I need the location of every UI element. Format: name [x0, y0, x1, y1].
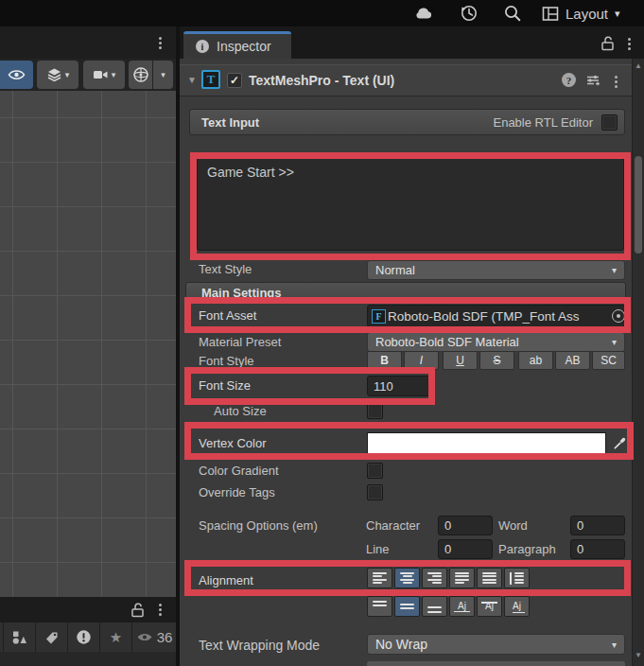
auto-size-checkbox[interactable] [367, 403, 383, 419]
history-icon [459, 3, 479, 24]
font-style-bold-button[interactable]: B [367, 351, 402, 370]
tab-inspector[interactable]: i Inspector [183, 31, 291, 59]
component-header[interactable]: ▼ T ✓ TextMeshPro - Text (UI) ? [180, 64, 632, 96]
text-value-textarea[interactable]: Game Start >> [197, 157, 624, 251]
font-style-italic-button[interactable]: I [404, 351, 439, 370]
override-tags-checkbox[interactable] [367, 484, 383, 500]
font-style-uppercase-button[interactable]: AB [555, 351, 590, 370]
tab-label: Inspector [217, 39, 271, 54]
pick-shapes-button[interactable] [4, 622, 36, 652]
color-gradient-checkbox[interactable] [367, 463, 383, 479]
enable-rtl-label: Enable RTL Editor [493, 115, 593, 130]
font-size-value: 110 [374, 379, 393, 394]
text-value: Game Start >> [207, 165, 294, 180]
layout-label: Layout [566, 6, 608, 22]
layers-icon [46, 67, 62, 82]
foldout-icon[interactable]: ▼ [187, 75, 197, 85]
align-flush-button[interactable] [477, 568, 502, 588]
align-left-button[interactable] [367, 568, 392, 588]
vertex-color-swatch[interactable] [367, 432, 606, 454]
align-midline-icon: Aj [485, 602, 494, 611]
scroll-down-icon[interactable]: ▼ [635, 651, 642, 659]
align-center-icon [400, 572, 414, 585]
align-right-button[interactable] [422, 568, 447, 588]
font-style-smallcaps-button[interactable]: SC [592, 351, 625, 370]
cloud-button[interactable] [413, 4, 436, 23]
gizmo-button[interactable] [129, 61, 152, 89]
chevron-down-icon: ▾ [612, 337, 617, 347]
unlock-icon [600, 36, 615, 51]
spacing-character-label: Character [366, 518, 420, 533]
component-enabled-checkbox[interactable]: ✓ [227, 73, 242, 88]
text-input-section-bar[interactable]: Text Input Enable RTL Editor [189, 109, 625, 135]
eyedropper-button[interactable] [610, 432, 630, 454]
hidden-count-button[interactable]: 36 [132, 622, 176, 652]
font-style-lowercase-button[interactable]: ab [518, 351, 553, 370]
align-justify-icon [455, 572, 469, 585]
font-size-input[interactable]: 110 [367, 376, 433, 396]
presets-icon[interactable] [585, 73, 600, 88]
text-style-dropdown[interactable]: Normal ▾ [367, 260, 625, 280]
tag-icon [44, 630, 60, 645]
align-capline-icon: Aj [513, 602, 521, 611]
align-left-icon [373, 572, 387, 585]
value: 0 [444, 542, 451, 556]
inspector-scrollbar[interactable]: ▲ ▼ [632, 59, 644, 666]
align-top-icon [373, 601, 387, 613]
align-justify-button[interactable] [449, 568, 475, 588]
align-top-button[interactable] [367, 596, 392, 617]
favorites-filter-button[interactable]: ★ [100, 622, 132, 652]
font-asset-value: Roboto-Bold SDF (TMP_Font Ass [388, 309, 580, 324]
align-midline-button[interactable]: Aj [477, 596, 502, 617]
enable-rtl-checkbox[interactable] [601, 114, 618, 131]
history-button[interactable] [459, 3, 479, 24]
scrollbar-thumb[interactable] [635, 156, 642, 254]
eyedropper-icon [613, 436, 627, 450]
material-preset-label: Material Preset [199, 335, 281, 349]
align-bottom-button[interactable] [422, 596, 447, 617]
align-middle-icon [400, 601, 414, 613]
scene-view-grid[interactable] [0, 91, 176, 597]
button-label: SC [600, 354, 617, 367]
spacing-character-input[interactable]: 0 [438, 516, 493, 535]
info-icon: i [196, 40, 209, 53]
spacing-line-input[interactable]: 0 [438, 539, 493, 559]
material-preset-dropdown[interactable]: Roboto-Bold SDF Material ▾ [367, 332, 625, 352]
chevron-down-icon: ▾ [112, 70, 116, 79]
bottom-panel-menu-button[interactable] [155, 603, 165, 618]
scene-visibility-button[interactable] [0, 61, 33, 89]
tag-filter-button[interactable] [36, 622, 68, 652]
font-style-strikethrough-button[interactable]: S [479, 351, 514, 370]
align-geometry-button[interactable] [504, 568, 530, 588]
font-asset-object-field[interactable]: F Roboto-Bold SDF (TMP_Font Ass [367, 305, 630, 327]
align-baseline-button[interactable]: Aj [449, 596, 475, 617]
text-wrapping-dropdown[interactable]: No Wrap ▾ [367, 634, 625, 655]
gizmo-options-button[interactable]: ▾ [153, 61, 173, 89]
object-picker-icon[interactable] [612, 309, 625, 323]
bottom-panel-header [0, 597, 176, 622]
component-menu-button[interactable] [611, 73, 620, 90]
search-button[interactable] [502, 3, 523, 24]
chevron-down-icon: ▾ [612, 265, 617, 275]
inspector-unlock-button[interactable] [600, 36, 615, 51]
inspector-menu-button[interactable] [624, 35, 634, 52]
help-icon[interactable]: ? [562, 73, 576, 87]
font-style-underline-button[interactable]: U [443, 351, 478, 370]
spacing-paragraph-input[interactable]: 0 [570, 539, 625, 559]
tmp-text-icon: T [201, 70, 220, 89]
unlock-icon[interactable] [131, 603, 145, 618]
main-settings-section-bar[interactable]: Main Settings [185, 282, 626, 304]
align-center-button[interactable] [394, 568, 420, 588]
spacing-word-input[interactable]: 0 [570, 516, 625, 535]
align-capline-button[interactable]: Aj [504, 596, 530, 617]
scroll-up-icon[interactable]: ▲ [635, 61, 642, 70]
camera-dropdown-button[interactable]: ▾ [83, 61, 125, 89]
warnings-filter-button[interactable] [68, 622, 100, 652]
text-wrapping-label: Text Wrapping Mode [199, 638, 320, 653]
align-middle-button[interactable] [394, 596, 420, 617]
eye-icon [8, 68, 26, 81]
scene-panel-menu-button[interactable] [153, 34, 166, 51]
camera-icon [93, 68, 109, 81]
layers-dropdown-button[interactable]: ▾ [37, 61, 78, 89]
layout-dropdown[interactable]: Layout ▾ [542, 3, 636, 24]
